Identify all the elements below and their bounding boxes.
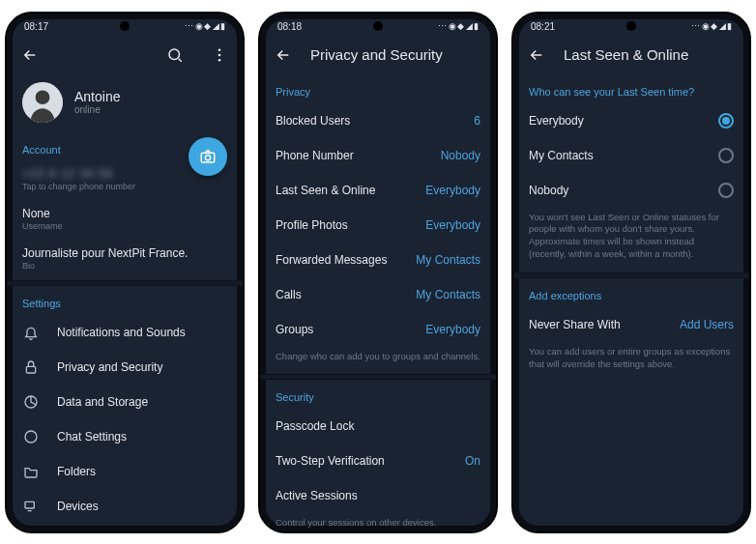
bio-row[interactable]: Journaliste pour NextPit France. Bio [7,241,243,280]
back-icon[interactable] [274,45,293,65]
settings-item-label: Notifications and Sounds [57,326,227,339]
status-time: 08:18 [277,21,302,32]
status-time: 08:17 [24,21,48,32]
settings-header: Settings [7,286,243,315]
security-two-step[interactable]: Two-Step VerificationOn [260,444,496,478]
privacy-hint: Change who can add you to groups and cha… [260,347,496,375]
settings-item-label: Chat Settings [57,430,227,444]
page-title: Last Seen & Online [564,46,736,63]
privacy-phone-number[interactable]: Phone NumberNobody [260,138,496,173]
exception-label: Never Share With [529,318,662,331]
settings-notifications[interactable]: Notifications and Sounds [7,315,243,350]
camera-notch [626,21,636,31]
app-bar: Privacy and Security [260,36,496,74]
status-icons: ⋯ ◉ ◆ ◢ ▮ [691,21,732,31]
svg-point-3 [218,58,221,61]
settings-privacy[interactable]: Privacy and Security [7,350,243,385]
status-time: 08:21 [531,21,555,32]
page-title: Privacy and Security [310,46,482,63]
radio-icon [718,183,734,198]
profile-header[interactable]: Antoine online [7,74,243,132]
privacy-last-seen[interactable]: Last Seen & OnlineEverybody [260,173,496,208]
phone-last-seen: 08:21 ⋯ ◉ ◆ ◢ ▮ Last Seen & Online Who c… [511,12,751,533]
settings-folders[interactable]: Folders [7,454,243,489]
svg-rect-11 [25,501,34,508]
settings-data-storage[interactable]: Data and Storage [7,385,243,419]
globe-icon [22,532,40,533]
privacy-profile-photos[interactable]: Profile PhotosEverybody [260,208,496,243]
privacy-forwarded[interactable]: Forwarded MessagesMy Contacts [260,243,496,277]
svg-point-7 [205,155,210,159]
option-everybody[interactable]: Everybody [513,103,749,138]
devices-icon [22,498,40,515]
never-share-with[interactable]: Never Share With Add Users [513,307,749,342]
svg-point-10 [25,431,37,443]
back-icon[interactable] [20,45,40,65]
bio-value: Journaliste pour NextPit France. [22,246,227,260]
search-icon[interactable] [165,45,185,65]
settings-item-label: Devices [57,500,227,513]
security-header: Security [260,380,496,409]
bell-icon [22,324,40,341]
exceptions-header: Add exceptions [513,278,749,307]
username-hint: Username [22,221,227,231]
phone-privacy-security: 08:18 ⋯ ◉ ◆ ◢ ▮ Privacy and Security Pri… [258,12,498,533]
settings-item-label: Privacy and Security [57,360,227,374]
pie-icon [22,393,40,411]
option-my-contacts[interactable]: My Contacts [513,138,749,173]
settings-item-label: Data and Storage [57,395,227,409]
username-row[interactable]: None Username [7,201,243,241]
privacy-calls[interactable]: CallsMy Contacts [260,277,496,312]
security-hint: Control your sessions on other devices. [260,513,496,532]
bio-hint: Bio [22,261,227,271]
more-icon[interactable] [210,45,229,65]
status-icons: ⋯ ◉ ◆ ◢ ▮ [438,21,479,31]
security-passcode[interactable]: Passcode Lock [260,409,496,444]
exceptions-hint: You can add users or entire groups as ex… [513,342,749,383]
who-hint: You won't see Last Seen or Online status… [513,208,749,272]
app-bar: Last Seen & Online [513,36,749,74]
settings-chat[interactable]: Chat Settings [7,419,243,454]
radio-icon [718,113,734,129]
svg-point-0 [169,49,180,60]
phone-number-hint: Tap to change phone number [22,182,227,191]
svg-point-2 [218,53,221,56]
app-bar [7,36,243,74]
settings-language[interactable]: Language [7,524,243,533]
option-label: Nobody [529,184,568,197]
option-nobody[interactable]: Nobody [513,173,749,208]
username-value: None [22,207,227,220]
camera-notch [120,21,130,31]
who-header: Who can see your Last Seen time? [513,74,749,103]
chat-icon [22,428,40,445]
exception-value: Add Users [680,318,734,331]
svg-rect-6 [201,153,215,162]
profile-name: Antoine [74,89,120,104]
avatar [22,82,63,123]
phone-number-row[interactable]: +33 6 12 34 56 Tap to change phone numbe… [7,161,243,201]
privacy-groups[interactable]: GroupsEverybody [260,312,496,347]
settings-devices[interactable]: Devices [7,489,243,524]
folder-icon [22,463,40,480]
lock-icon [22,358,40,376]
svg-point-1 [218,48,221,51]
back-icon[interactable] [527,45,546,65]
settings-item-label: Folders [57,465,227,478]
phone-number-value: +33 6 12 34 56 [22,167,227,181]
profile-status: online [74,104,120,115]
phone-settings-profile: 08:17 ⋯ ◉ ◆ ◢ ▮ Antoine online Account +… [5,12,245,533]
option-label: Everybody [529,114,584,128]
option-label: My Contacts [529,149,594,162]
svg-rect-8 [26,366,35,373]
privacy-blocked-users[interactable]: Blocked Users6 [260,103,496,138]
privacy-header: Privacy [260,74,496,103]
radio-icon [718,148,734,163]
status-icons: ⋯ ◉ ◆ ◢ ▮ [185,21,225,31]
svg-point-5 [36,90,50,104]
security-active-sessions[interactable]: Active Sessions [260,478,496,513]
camera-notch [373,21,383,31]
